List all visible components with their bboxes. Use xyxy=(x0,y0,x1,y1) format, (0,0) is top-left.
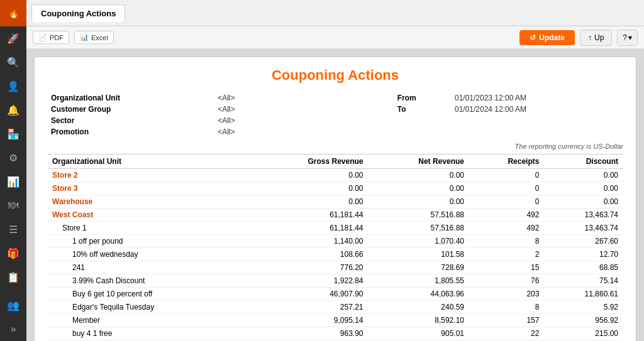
row-discount: 13,463.74 xyxy=(544,208,623,222)
pdf-label: PDF xyxy=(50,34,64,41)
gift-icon[interactable]: 🎁 xyxy=(0,241,26,265)
row-name[interactable]: Store 2 xyxy=(47,169,250,182)
row-receipts: 492 xyxy=(469,222,544,235)
row-gross: 1,922.84 xyxy=(250,274,368,288)
row-discount: 75.14 xyxy=(544,274,623,288)
row-receipts: 76 xyxy=(469,274,544,288)
user-icon[interactable]: 👤 xyxy=(0,74,26,98)
row-discount: 11,860.61 xyxy=(544,288,623,301)
food-icon[interactable]: 🍽 xyxy=(0,193,26,217)
menu-icon[interactable]: ☰ xyxy=(0,217,26,241)
row-net: 8,592.10 xyxy=(369,314,469,327)
row-receipts: 0 xyxy=(469,195,544,208)
store-icon[interactable]: 🏪 xyxy=(0,122,26,146)
row-net: 57,516.88 xyxy=(369,222,469,235)
table-row: West Coast61,181.4457,516.8849213,463.74 xyxy=(47,208,623,222)
row-gross: 257.21 xyxy=(250,301,368,314)
row-gross: 776.20 xyxy=(250,261,368,274)
row-net: 728.69 xyxy=(369,261,469,274)
table-row: Buy 6 get 10 percent off46,907.9044,063.… xyxy=(47,288,623,301)
col-net: Net Revenue xyxy=(369,154,469,169)
row-discount: 68.85 xyxy=(544,261,623,274)
toolbar: 📄 PDF 📊 Excel ↺ Update ↑ Up ? ▾ xyxy=(26,26,644,49)
logo-icon[interactable]: 🔥 xyxy=(0,0,26,26)
org-link[interactable]: Store 2 xyxy=(52,171,78,180)
report-title: Couponing Actions xyxy=(47,67,623,84)
row-name: Edgar's Tequila Tuesday xyxy=(47,301,250,314)
row-receipts: 203 xyxy=(469,288,544,301)
excel-icon: 📊 xyxy=(80,33,89,41)
filter-label-promo: Promotion xyxy=(47,126,214,138)
org-link[interactable]: West Coast xyxy=(52,210,93,219)
col-receipts: Receipts xyxy=(469,154,544,169)
row-name: 1 off per pound xyxy=(47,235,250,248)
row-receipts: 0 xyxy=(469,169,544,182)
row-name: 10% off wednesday xyxy=(47,248,250,261)
row-gross: 963.90 xyxy=(250,327,368,340)
col-org-unit: Organizational Unit xyxy=(47,154,250,169)
up-label: Up xyxy=(594,33,604,42)
row-name: 241 xyxy=(47,261,250,274)
bell-icon[interactable]: 🔔 xyxy=(0,98,26,122)
filter-value-sector: <All> xyxy=(214,115,268,126)
list-icon[interactable]: 📋 xyxy=(0,265,26,289)
rocket-icon[interactable]: 🚀 xyxy=(0,26,26,50)
chart-icon[interactable]: 📊 xyxy=(0,170,26,193)
settings-icon[interactable]: ⚙ xyxy=(0,146,26,170)
table-header-row: Organizational Unit Gross Revenue Net Re… xyxy=(47,154,623,169)
row-net: 0.00 xyxy=(369,169,469,182)
row-discount: 0.00 xyxy=(544,169,623,182)
row-net: 57,516.88 xyxy=(369,208,469,222)
content-area: Couponing Actions Organizational Unit <A… xyxy=(26,49,644,341)
table-row: Warehouse0.000.0000.00 xyxy=(47,195,623,208)
row-receipts: 15 xyxy=(469,261,544,274)
up-icon: ↑ xyxy=(588,33,592,42)
row-name: buy 4 1 free xyxy=(47,327,250,340)
excel-label: Excel xyxy=(91,34,108,41)
filter-label-cg: Customer Group xyxy=(47,104,214,115)
row-net: 905.01 xyxy=(369,327,469,340)
row-discount: 956.92 xyxy=(544,314,623,327)
row-discount: 5.92 xyxy=(544,301,623,314)
row-discount: 0.00 xyxy=(544,182,623,195)
topbar: Couponing Actions xyxy=(26,0,644,26)
row-discount: 13,463.74 xyxy=(544,222,623,235)
row-name[interactable]: West Coast xyxy=(47,208,250,222)
excel-button[interactable]: 📊 Excel xyxy=(74,31,114,44)
row-gross: 9,095.14 xyxy=(250,314,368,327)
row-name[interactable]: Store 3 xyxy=(47,182,250,195)
help-button[interactable]: ? ▾ xyxy=(617,30,638,46)
filter-value-org: <All> xyxy=(214,92,268,104)
couponing-actions-tab[interactable]: Couponing Actions xyxy=(31,4,125,22)
row-discount: 267.60 xyxy=(544,235,623,248)
row-receipts: 8 xyxy=(469,235,544,248)
expand-icon[interactable]: » xyxy=(0,317,26,341)
row-receipts: 157 xyxy=(469,314,544,327)
up-button[interactable]: ↑ Up xyxy=(580,30,612,46)
update-button[interactable]: ↺ Update xyxy=(519,30,575,45)
filter-table: Organizational Unit <All> From 01/01/202… xyxy=(47,92,623,138)
table-row: Member9,095.148,592.10157956.92 xyxy=(47,314,623,327)
table-row: buy 4 1 free963.90905.0122215.00 xyxy=(47,327,623,340)
pdf-button[interactable]: 📄 PDF xyxy=(33,31,69,44)
row-receipts: 2 xyxy=(469,248,544,261)
row-net: 101.58 xyxy=(369,248,469,261)
row-gross: 0.00 xyxy=(250,169,368,182)
org-link[interactable]: Store 3 xyxy=(52,184,78,193)
filter-val-from: 01/01/2023 12:00 AM xyxy=(451,92,623,104)
table-row: Store 161,181.4457,516.8849213,463.74 xyxy=(47,222,623,235)
filter-value-promo: <All> xyxy=(214,126,268,138)
row-name[interactable]: Warehouse xyxy=(47,195,250,208)
data-table: Organizational Unit Gross Revenue Net Re… xyxy=(47,154,623,341)
table-row: 10% off wednesday108.66101.58212.70 xyxy=(47,248,623,261)
users-icon[interactable]: 👥 xyxy=(0,293,26,317)
update-label: Update xyxy=(539,33,565,42)
table-row: 241776.20728.691568.85 xyxy=(47,261,623,274)
row-gross: 108.66 xyxy=(250,248,368,261)
row-receipts: 8 xyxy=(469,301,544,314)
main-area: Couponing Actions 📄 PDF 📊 Excel ↺ Update… xyxy=(26,0,644,341)
col-gross: Gross Revenue xyxy=(250,154,368,169)
currency-note: The reporting currency is US-Dollar xyxy=(47,143,623,150)
search-icon[interactable]: 🔍 xyxy=(0,50,26,74)
org-link[interactable]: Warehouse xyxy=(52,197,92,206)
